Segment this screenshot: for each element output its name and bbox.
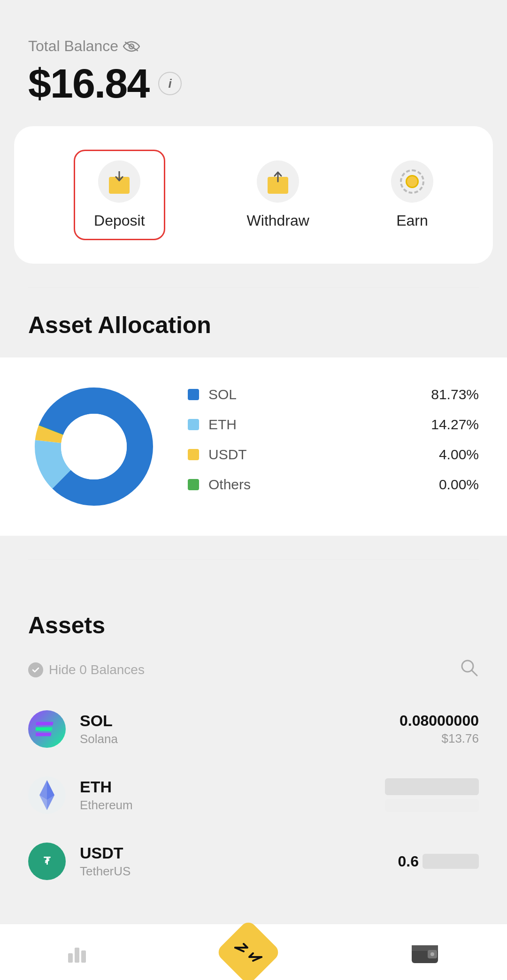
svg-rect-13: [36, 727, 53, 731]
legend-item-others: Others 0.00%: [188, 477, 479, 493]
charts-icon: [68, 942, 86, 963]
info-label: i: [169, 76, 172, 91]
nav-swap[interactable]: [208, 922, 288, 980]
usdt-name: TetherUS: [80, 864, 384, 879]
deposit-label: Deposit: [94, 212, 145, 229]
swap-arrows-icon: [234, 943, 262, 962]
svg-point-9: [61, 414, 127, 479]
eth-legend-name: ETH: [208, 417, 265, 433]
usdt-symbol: USDT: [80, 844, 384, 862]
others-color-dot: [188, 479, 199, 490]
withdraw-button[interactable]: Withdraw: [247, 160, 309, 229]
balance-amount: $16.84: [28, 60, 149, 107]
assets-title: Assets: [0, 612, 507, 639]
usdt-balance: 0.6: [398, 853, 479, 870]
asset-item-usdt[interactable]: ₮ USDT TetherUS 0.6: [0, 828, 507, 894]
eth-usd: [385, 799, 479, 812]
earn-icon: [400, 169, 424, 194]
sol-amount: 0.08000000: [399, 712, 479, 729]
svg-line-11: [472, 670, 477, 676]
legend-item-sol: SOL 81.73%: [188, 387, 479, 403]
usdt-amount: 0.6: [398, 853, 479, 870]
balance-row: $16.84 i: [28, 60, 479, 107]
others-legend-name: Others: [208, 477, 265, 493]
eth-legend-pct: 14.27%: [431, 417, 479, 433]
sol-info: SOL Solana: [80, 712, 385, 746]
eth-balance: [385, 778, 479, 812]
eth-color-dot: [188, 419, 199, 430]
deposit-icon-circle: [98, 160, 140, 203]
withdraw-label: Withdraw: [247, 212, 309, 229]
deposit-icon: [107, 169, 131, 194]
total-balance-label: Total Balance: [28, 38, 479, 55]
sol-color-dot: [188, 389, 199, 400]
svg-text:₮: ₮: [44, 855, 51, 867]
wallet-icon: [411, 941, 439, 964]
hide-balances-label: Hide 0 Balances: [49, 662, 145, 677]
usdt-legend-pct: 4.00%: [439, 447, 479, 463]
eth-name: Ethereum: [80, 798, 371, 813]
asset-allocation-title: Asset Allocation: [0, 311, 507, 339]
info-button[interactable]: i: [158, 72, 182, 95]
eth-info: ETH Ethereum: [80, 778, 371, 813]
check-circle-icon: [28, 662, 43, 677]
usdt-logo: ₮: [28, 843, 66, 880]
svg-rect-12: [36, 733, 52, 737]
asset-allocation-section: Asset Allocation: [0, 311, 507, 536]
eth-logo: [28, 776, 66, 814]
sol-name: Solana: [80, 732, 385, 746]
balance-title: Total Balance: [28, 38, 118, 55]
legend-item-usdt: USDT 4.00%: [188, 447, 479, 463]
sol-symbol: SOL: [80, 712, 385, 730]
chart-section: SOL 81.73% ETH 14.27% USDT 4.00% Others …: [0, 357, 507, 536]
assets-section: Assets Hide 0 Balances: [0, 584, 507, 922]
svg-point-24: [430, 952, 434, 956]
actions-card: Deposit Withdraw: [14, 126, 493, 264]
others-legend-pct: 0.00%: [439, 477, 479, 493]
eth-symbol: ETH: [80, 778, 371, 796]
legend-item-eth: ETH 14.27%: [188, 417, 479, 433]
earn-icon-circle: [391, 160, 433, 203]
asset-item-eth[interactable]: ETH Ethereum: [0, 762, 507, 828]
nav-charts[interactable]: [54, 937, 100, 967]
chart-legend: SOL 81.73% ETH 14.27% USDT 4.00% Others …: [188, 387, 479, 507]
bottom-nav: [0, 924, 507, 980]
sol-usd: $13.76: [399, 731, 479, 746]
eth-amount: [385, 778, 479, 795]
divider: [28, 287, 479, 288]
hide-balances-toggle[interactable]: Hide 0 Balances: [28, 662, 145, 677]
assets-header: Hide 0 Balances: [0, 658, 507, 682]
withdraw-icon-circle: [257, 160, 299, 203]
sol-logo: [28, 710, 66, 748]
earn-button[interactable]: Earn: [391, 160, 433, 229]
deposit-button[interactable]: Deposit: [74, 150, 165, 240]
eye-icon[interactable]: [123, 38, 140, 55]
nav-wallet[interactable]: [397, 936, 453, 969]
usdt-color-dot: [188, 449, 199, 460]
sol-legend-name: SOL: [208, 387, 265, 403]
usdt-legend-name: USDT: [208, 447, 265, 463]
sol-legend-pct: 81.73%: [431, 387, 479, 403]
usdt-info: USDT TetherUS: [80, 844, 384, 879]
search-icon[interactable]: [459, 658, 479, 682]
withdraw-icon: [266, 169, 290, 194]
asset-item-sol[interactable]: SOL Solana 0.08000000 $13.76: [0, 696, 507, 762]
header-section: Total Balance $16.84 i: [0, 0, 507, 126]
donut-chart: [28, 381, 160, 512]
svg-rect-14: [36, 722, 54, 726]
sol-balance: 0.08000000 $13.76: [399, 712, 479, 746]
earn-label: Earn: [396, 212, 428, 229]
divider-2: [28, 559, 479, 560]
